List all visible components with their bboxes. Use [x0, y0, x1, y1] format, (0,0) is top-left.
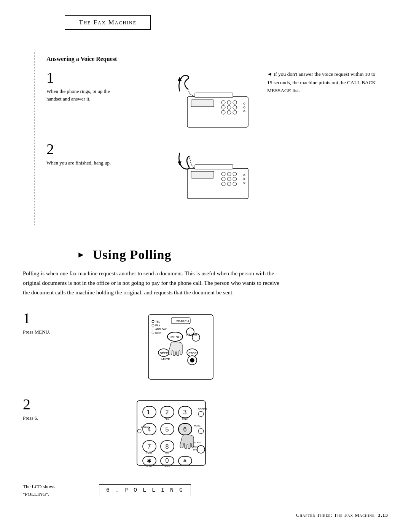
svg-text:RCV: RCV — [155, 332, 161, 334]
svg-point-26 — [227, 182, 231, 186]
svg-point-9 — [221, 110, 225, 114]
svg-text:SEARCH: SEARCH — [176, 320, 189, 323]
svg-text:MENU: MENU — [170, 335, 181, 339]
step-1-note: ◄ If you don't answer the voice request … — [267, 70, 381, 95]
svg-point-34 — [152, 324, 154, 326]
lcd-display: 6 . P O L L I N G — [99, 484, 191, 496]
svg-text:TEL: TEL — [155, 320, 160, 323]
step-2-number: 2 — [46, 142, 168, 157]
polling-step-1-image: TEL FAX AND FAX RCV SEARCH MENU VOLUME — [126, 311, 225, 383]
svg-text:AND FAX: AND FAX — [155, 328, 167, 331]
lcd-label-line2: "POLLING". — [23, 490, 91, 498]
svg-point-73 — [137, 429, 141, 433]
lcd-display-area: 6 . P O L L I N G — [99, 483, 206, 496]
step-1-left: 1 When the phone rings, pi up the handse… — [46, 70, 168, 102]
step-2-row: 2 When you are finished, hang up. — [46, 142, 388, 203]
svg-text:FLASH: FLASH — [194, 441, 201, 444]
header-box: The Fax Machine — [65, 15, 151, 30]
svg-text:SPEED: SPEED — [198, 408, 207, 411]
svg-point-5 — [233, 101, 237, 104]
polling-step-2: 2 Press 6. 1 2 3 ABC MNO — [23, 397, 388, 469]
svg-text:6: 6 — [183, 426, 187, 433]
svg-text:MNO: MNO — [182, 418, 188, 420]
svg-point-21 — [233, 172, 237, 176]
svg-point-23 — [227, 177, 231, 181]
svg-text:STOP: STOP — [188, 351, 197, 355]
svg-point-11 — [233, 110, 237, 114]
polling-step-1-number: 1 — [23, 311, 122, 326]
svg-point-3 — [221, 101, 225, 104]
svg-rect-18 — [191, 171, 214, 178]
polling-step-1-text: Press MENU. — [23, 328, 91, 336]
lcd-row: The LCD shows "POLLING". 6 . P O L L I N… — [23, 483, 388, 498]
page-container: The Fax Machine Answering a Voice Reques… — [0, 0, 411, 532]
step-2-text: When you are finished, hang up. — [46, 159, 115, 167]
svg-point-14 — [244, 110, 245, 112]
step-1-row: 1 When the phone rings, pi up the handse… — [46, 70, 388, 131]
svg-point-28 — [244, 174, 245, 176]
polling-step-1-left: 1 Press MENU. — [23, 311, 122, 336]
svg-point-35 — [152, 328, 154, 330]
svg-text:2: 2 — [166, 409, 169, 415]
polling-step-2-image: 1 2 3 ABC MNO SPEED 4 5 — [126, 397, 225, 469]
svg-text:TONE: TONE — [146, 465, 153, 468]
svg-point-19 — [221, 172, 225, 176]
svg-text:0: 0 — [166, 457, 169, 464]
svg-point-36 — [152, 332, 154, 334]
polling-step-1: 1 Press MENU. TEL FAX AND FAX RCV — [23, 311, 388, 383]
svg-point-13 — [244, 107, 245, 108]
polling-section: ► Using Polling Polling is when one fax … — [23, 240, 388, 498]
page-footer: Chapter Three: The Fax Machine 3.13 — [296, 512, 388, 518]
svg-point-27 — [233, 182, 237, 186]
footer-chapter: Chapter Three: The Fax Machine — [296, 512, 375, 518]
svg-point-12 — [244, 103, 245, 104]
svg-point-33 — [152, 320, 154, 323]
svg-text:7: 7 — [148, 443, 151, 450]
svg-text:1: 1 — [147, 409, 150, 415]
dots-separator — [23, 255, 68, 255]
svg-text:5: 5 — [166, 426, 169, 433]
svg-point-22 — [221, 177, 225, 181]
polling-step-2-left: 2 Press 6. — [23, 397, 122, 422]
svg-text:VOLUME: VOLUME — [186, 333, 197, 336]
footer-page: 3.13 — [378, 512, 388, 518]
svg-point-7 — [227, 105, 231, 109]
header-title: The Fax Machine — [79, 19, 137, 26]
svg-text:#: # — [183, 458, 186, 464]
step-1-image — [168, 70, 256, 131]
section-heading: Answering a Voice Request — [46, 56, 388, 62]
svg-point-6 — [221, 105, 225, 109]
svg-point-24 — [233, 177, 237, 181]
lcd-left: The LCD shows "POLLING". — [23, 483, 91, 498]
svg-point-8 — [233, 105, 237, 109]
polling-step-2-text: Press 6. — [23, 414, 91, 422]
polling-title: Using Polling — [93, 248, 172, 262]
svg-point-85 — [197, 446, 205, 453]
svg-point-65 — [198, 411, 204, 417]
svg-point-30 — [244, 182, 245, 184]
polling-step-2-number: 2 — [23, 397, 122, 412]
svg-text:FAX: FAX — [155, 324, 161, 327]
svg-point-20 — [227, 172, 231, 176]
svg-rect-1 — [195, 93, 233, 97]
svg-point-53 — [190, 358, 194, 362]
step-2-left: 2 When you are finished, hang up. — [46, 142, 168, 167]
svg-text:OPER: OPER — [164, 465, 170, 468]
lcd-label-line1: The LCD shows — [23, 483, 91, 490]
svg-point-10 — [227, 110, 231, 114]
polling-header: ► Using Polling — [23, 248, 388, 262]
step-1-text: When the phone rings, pi up the handset … — [46, 88, 115, 102]
arrow-right-icon: ► — [77, 250, 85, 260]
svg-text:TUV: TUV — [165, 452, 169, 454]
step-2-image — [168, 142, 256, 203]
svg-text:8: 8 — [166, 443, 169, 450]
svg-rect-17 — [195, 165, 233, 169]
svg-text:MUTE: MUTE — [194, 425, 201, 427]
svg-text:ABC: ABC — [165, 418, 170, 420]
svg-text:ALARM: ALARM — [141, 426, 149, 428]
polling-body: Polling is when one fax machine requests… — [23, 269, 282, 297]
svg-point-29 — [244, 178, 245, 180]
svg-text:3: 3 — [183, 409, 187, 415]
svg-point-75 — [198, 428, 204, 434]
svg-text:MUTE: MUTE — [161, 358, 170, 361]
